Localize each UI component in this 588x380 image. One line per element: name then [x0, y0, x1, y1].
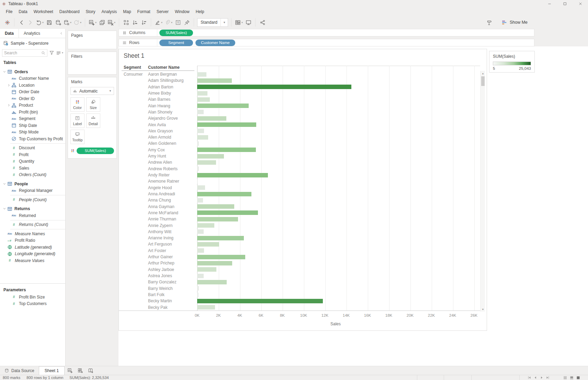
customer-name-label[interactable]: Arthur Prichep [148, 261, 174, 265]
new-dashboard-button[interactable] [75, 366, 85, 375]
collapse-pane-button[interactable] [59, 29, 65, 38]
field-regional-manager[interactable]: AbcRegional Manager [0, 187, 65, 194]
menu-worksheet[interactable]: Worksheet [31, 8, 56, 15]
bar-mark[interactable] [197, 267, 216, 272]
bar-mark[interactable] [197, 160, 216, 165]
chevron-right-icon[interactable] [7, 83, 11, 87]
bar-mark[interactable] [197, 210, 258, 215]
field-order-id[interactable]: AbcOrder ID [0, 95, 65, 102]
customer-name-label[interactable]: Anemone Ratner [148, 179, 179, 184]
customer-name-label[interactable]: Arthur Gainer [148, 254, 173, 259]
bar-mark[interactable] [197, 166, 199, 171]
bar-mark[interactable] [197, 198, 203, 203]
minimize-button[interactable] [542, 0, 557, 8]
menu-dashboard[interactable]: Dashboard [56, 8, 83, 15]
customer-name-label[interactable]: Aimee Bixby [148, 91, 171, 96]
marks-size-button[interactable]: Size [86, 97, 100, 112]
customer-name-label[interactable]: Annie Thurman [148, 217, 176, 221]
menu-analysis[interactable]: Analysis [99, 8, 120, 15]
bar-mark[interactable] [197, 173, 268, 177]
axis-title[interactable]: Sales [325, 322, 346, 326]
pill-sum-sales[interactable]: SUM(Sales) [159, 30, 193, 36]
customer-name-label[interactable]: Allen Armold [148, 135, 171, 140]
rows-shelf[interactable]: Rows SegmentCustomer Name [118, 39, 534, 46]
share-button[interactable] [258, 18, 267, 27]
customer-name-label[interactable]: Art Ferguson [148, 242, 172, 247]
parameter-profit-bin-size[interactable]: #Profit Bin Size [0, 294, 65, 301]
table-people[interactable]: People [0, 181, 65, 187]
presentation-mode-button[interactable] [244, 18, 253, 27]
bar-mark[interactable] [197, 248, 204, 253]
sheet-title[interactable]: Sheet 1 [124, 52, 144, 59]
customer-name-label[interactable]: Anna Chung [148, 198, 171, 203]
customer-name-label[interactable]: Alan Shonely [148, 110, 172, 115]
field-sales[interactable]: #Sales [0, 165, 65, 172]
menu-server[interactable]: Server [154, 8, 172, 15]
swap-rows-columns-button[interactable] [122, 18, 131, 27]
customer-name-label[interactable]: Andrew Roberts [148, 166, 178, 171]
filter-fields-button[interactable] [49, 50, 54, 55]
customer-name-label[interactable]: Angele Hood [148, 185, 172, 190]
search-input[interactable] [4, 51, 33, 55]
bar-mark[interactable] [197, 78, 232, 83]
replay-button[interactable]: ▾ [35, 18, 45, 27]
menu-file[interactable]: File [3, 8, 15, 15]
tab-sheet-1[interactable]: Sheet 1 [39, 366, 65, 375]
field-profit-bin[interactable]: Profit (bin) [0, 109, 65, 116]
new-worksheet-button[interactable] [65, 366, 75, 375]
bar-mark[interactable] [197, 85, 351, 89]
column-header-segment[interactable]: Segment [124, 65, 141, 70]
customer-name-label[interactable]: Becky Pak [148, 305, 168, 310]
tooltip-button[interactable] [485, 18, 494, 27]
bar-mark[interactable] [197, 91, 207, 96]
customer-name-label[interactable]: Barry Gonzalez [148, 280, 177, 284]
menu-data[interactable]: Data [15, 8, 30, 15]
bar-mark[interactable] [197, 148, 256, 152]
menu-format[interactable]: Format [134, 8, 154, 15]
customer-name-label[interactable]: Alan Barnes [148, 97, 170, 102]
bar-mark[interactable] [197, 116, 226, 121]
customer-name-label[interactable]: Arianne Irving [148, 236, 173, 240]
customer-name-label[interactable]: Alan Hwang [148, 104, 170, 108]
bar-mark[interactable] [197, 204, 234, 209]
go-previous-button[interactable] [533, 376, 538, 380]
bar-mark[interactable] [197, 229, 204, 234]
field-discount[interactable]: #Discount [0, 145, 65, 152]
show-hide-cards-button[interactable]: ▾ [234, 18, 244, 27]
bar-mark[interactable] [197, 261, 232, 265]
maximize-button[interactable] [557, 0, 573, 8]
field-measure-names[interactable]: AbcMeasure Names [0, 230, 65, 237]
legend-gradient[interactable] [493, 62, 531, 65]
customer-name-label[interactable]: Adrian Barton [148, 85, 173, 89]
marks-label-button[interactable]: TLabel [70, 113, 84, 128]
field-latitude-generated[interactable]: Latitude (generated) [0, 244, 65, 251]
scroll-up-button[interactable]: ▲ [480, 71, 485, 76]
clear-sheet-button[interactable]: ▾ [106, 18, 116, 27]
field-profit-ratio[interactable]: #=Profit Ratio [0, 237, 65, 244]
bar-mark[interactable] [197, 122, 256, 127]
columns-shelf[interactable]: Columns SUM(Sales) [118, 29, 534, 36]
bar-mark[interactable] [197, 97, 210, 102]
arrow-forward-button[interactable] [26, 18, 35, 27]
customer-name-label[interactable]: Adam Shillingsburg [148, 78, 183, 83]
bar-mark[interactable] [197, 236, 244, 240]
close-button[interactable] [573, 0, 588, 8]
sort-ascending-button[interactable] [131, 18, 139, 27]
marks-detail-button[interactable]: Detail [86, 113, 100, 128]
customer-name-label[interactable]: Aaron Bergman [148, 72, 177, 77]
field-ship-mode[interactable]: AbcShip Mode [0, 129, 65, 136]
scrollbar-thumb[interactable] [481, 76, 485, 86]
tableau-logo-button[interactable] [3, 18, 12, 27]
duplicate-button[interactable] [98, 18, 106, 27]
bar-mark[interactable] [197, 179, 198, 184]
field-order-date[interactable]: Order Date [0, 89, 65, 96]
save-button[interactable] [45, 18, 54, 27]
mark-type-dropdown[interactable]: Automatic ▼ [70, 87, 114, 95]
field-customer-name[interactable]: AbcCustomer Name [0, 75, 65, 82]
go-last-button[interactable] [546, 376, 550, 380]
bar-mark[interactable] [197, 192, 251, 196]
bar-mark[interactable] [197, 129, 204, 133]
field-ship-date[interactable]: Ship Date [0, 122, 65, 129]
marks-color-button[interactable]: Color [70, 97, 84, 112]
bar-mark[interactable] [197, 293, 199, 297]
